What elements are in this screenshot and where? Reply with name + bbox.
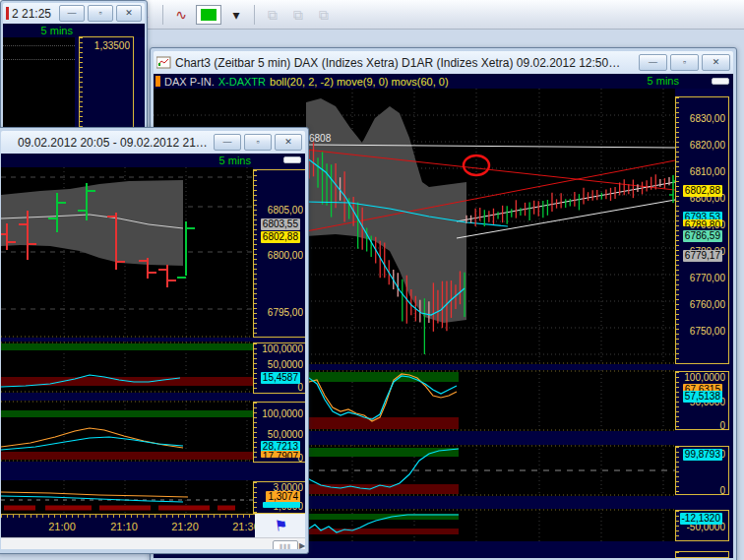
- close-button[interactable]: ✕: [116, 5, 142, 22]
- restore-button[interactable]: ▫: [88, 5, 113, 22]
- collapse-handle[interactable]: [283, 156, 301, 163]
- axis-label: 57,5138: [683, 391, 722, 403]
- window-c-title: 09.02.2012 20:05 - 09.02.2012 21:35: [4, 136, 210, 150]
- daxzoom-panel3-axis: 3,00001,00001,3074: [253, 481, 305, 514]
- daxzoom-panel1-axis: 100,000050,0000015,4587: [253, 342, 305, 394]
- scrollbar-thumb[interactable]: ⦀⦀⦀: [273, 540, 298, 549]
- chart3-panel1-axis: 100,000050,0000067,631557,5138: [675, 371, 729, 430]
- axis-label: 6750,00: [690, 326, 725, 338]
- flag-icon[interactable]: ⚑: [274, 516, 289, 535]
- series-label: X-DAXTR: [218, 76, 266, 88]
- restore-button[interactable]: ▫: [244, 134, 272, 151]
- axis-label: 100,0000: [262, 408, 303, 420]
- interval-bar: 5 mins: [3, 24, 145, 37]
- toolbar-separator: [162, 5, 163, 25]
- studies-label: boll(20, 2, -2) move(9, 0) movs(60, 0): [270, 76, 449, 88]
- axis-label: 6802,88: [261, 231, 300, 243]
- axis-label: 100,0000: [684, 372, 725, 384]
- collapse-handle[interactable]: [712, 78, 729, 85]
- series-color-block: [155, 76, 160, 87]
- time-axis: 21:0021:1021:2021:30: [1, 514, 255, 538]
- daxzoom-panel2-axis: 100,000050,0000028,721317,7907: [253, 402, 305, 463]
- axis-label: 6770,00: [690, 273, 725, 284]
- window-a-title: 2 21:25: [12, 7, 51, 21]
- axis-label: 15,4587: [261, 372, 300, 384]
- axis-label: 100,0000: [262, 343, 303, 355]
- axis-label: [263, 502, 300, 508]
- time-label: 21:20: [165, 521, 205, 532]
- time-label: 21:00: [42, 521, 82, 532]
- axis-label: 6795,00: [268, 307, 303, 319]
- horizontal-scrollbar[interactable]: ⦀⦀⦀ ▶: [1, 537, 305, 549]
- axis-label: 6760,00: [690, 299, 725, 311]
- chart3-panel2-axis: 100,0000099,8793: [675, 446, 729, 495]
- axis-label: 99,8793: [683, 449, 722, 461]
- toolbar-separator: [254, 5, 255, 25]
- window-b-titlebar[interactable]: Chart3 (Zeitbar 5 min) DAX (Indizes Xetr…: [154, 51, 733, 74]
- axis-label-price: 1,33500: [94, 40, 130, 52]
- axis-label: 6820,00: [690, 140, 725, 152]
- axis-label: 6803,55: [261, 218, 300, 230]
- chart3-panel3-axis: -50,0000-12,1320: [675, 510, 729, 541]
- daxzoom-price-axis: 6805,006800,006795,006803,556802,88: [253, 169, 305, 338]
- axis-label: 0: [719, 485, 725, 497]
- annotation-corner: ⚑: [255, 514, 305, 537]
- cascade-icon-3[interactable]: ⧉: [313, 4, 335, 26]
- formula-bar: DAX P-IN. X-DAXTR boll(20, 2, -2) move(9…: [154, 74, 733, 89]
- daxzoom-panel1-plot[interactable]: [1, 342, 253, 393]
- window-c-content: 5 mins 6805,006800,006795,006803,556802,…: [1, 154, 305, 549]
- daxzoom-main-plot[interactable]: [1, 167, 253, 338]
- interval-bar: 5 mins: [1, 154, 305, 167]
- color-swatch[interactable]: [196, 5, 221, 25]
- axis-label: 6805,00: [268, 205, 303, 217]
- axis-label: 6802,88: [683, 185, 722, 197]
- time-label: 21:10: [104, 521, 144, 532]
- gridline: [3, 45, 75, 46]
- restore-button[interactable]: ▫: [670, 54, 699, 71]
- minimize-button[interactable]: —: [59, 5, 85, 22]
- interval-label: 5 mins: [219, 155, 251, 166]
- chart-pointer-icon[interactable]: ∿: [170, 4, 192, 26]
- minimize-button[interactable]: —: [639, 54, 667, 71]
- axis-label: 6810,00: [690, 166, 725, 178]
- window-dax-zoom: 09.02.2012 20:05 - 09.02.2012 21:35 — ▫ …: [0, 127, 309, 554]
- instrument-label: DAX P-IN.: [164, 76, 215, 88]
- close-button[interactable]: ✕: [275, 134, 302, 151]
- minimize-button[interactable]: —: [214, 134, 241, 151]
- axis-label: 50,0000: [268, 359, 303, 371]
- chart3-panel4-axis: [675, 551, 729, 558]
- svg-text:6808: 6808: [309, 133, 332, 144]
- daxzoom-panel2-plot[interactable]: [1, 401, 253, 462]
- chart-window-icon: [156, 56, 171, 69]
- axis-label: 6786,59: [683, 230, 722, 242]
- interval-label: 5 mins: [648, 75, 679, 87]
- red-icon-sliver: [6, 7, 9, 20]
- axis-label: -12,1320: [680, 513, 722, 525]
- cascade-icon-2[interactable]: ⧉: [287, 4, 309, 26]
- axis-label: 6830,00: [690, 113, 725, 125]
- app-root: { "glyphs":{"minimize":"—","restore":"▫"…: [0, 0, 744, 560]
- cascade-icon-1[interactable]: ⧉: [262, 4, 283, 26]
- axis-label: 6800,00: [268, 250, 303, 262]
- chart3-price-axis: 6830,006820,006810,006800,006790,006780,…: [675, 96, 729, 364]
- axis-label: 17,7907: [261, 451, 300, 458]
- window-a-titlebar[interactable]: 2 21:25 — ▫ ✕: [3, 3, 145, 24]
- window-b-title: Chart3 (Zeitbar 5 min) DAX (Indizes Xetr…: [175, 56, 623, 70]
- scroll-right-arrow[interactable]: ▶: [299, 541, 305, 549]
- close-button[interactable]: ✕: [702, 54, 730, 71]
- axis-label: 6789,80: [683, 219, 722, 226]
- window-c-titlebar[interactable]: 09.02.2012 20:05 - 09.02.2012 21:35 — ▫ …: [1, 131, 305, 154]
- axis-label: 50,0000: [268, 429, 303, 441]
- gridline: [3, 59, 75, 60]
- axis-label: 0: [719, 420, 725, 432]
- daxzoom-panel3-plot[interactable]: [1, 480, 253, 514]
- swatch-caret-icon[interactable]: ▾: [225, 4, 247, 26]
- interval-label: 5 mins: [41, 25, 73, 36]
- axis-label: 6779,17: [683, 250, 722, 262]
